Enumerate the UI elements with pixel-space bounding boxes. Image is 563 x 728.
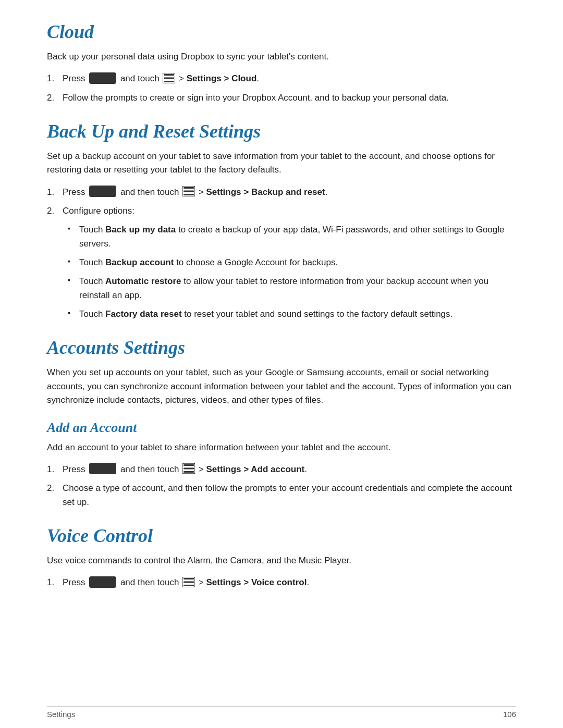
bullet-bold: Factory data reset	[105, 309, 181, 319]
bullet-bold: Backup account	[105, 257, 174, 267]
step-num: 1.	[47, 463, 54, 476]
svg-rect-0	[164, 74, 174, 76]
voice-control-intro: Use voice commands to control the Alarm,…	[47, 554, 516, 567]
backup-step-1-bold: Settings > Backup and reset	[206, 187, 325, 197]
add-account-title: Add an Account	[47, 420, 516, 436]
footer-label: Settings	[47, 710, 75, 719]
svg-rect-5	[183, 191, 194, 192]
svg-rect-10	[183, 471, 194, 473]
cloud-steps: 1. Press and touch > Settings > Cloud. 2…	[47, 72, 516, 105]
page-container: Cloud Back up your personal data using D…	[0, 0, 563, 728]
step-num: 2.	[47, 204, 54, 218]
home-button-icon	[89, 576, 116, 588]
backup-bullet-2: Touch Backup account to choose a Google …	[68, 256, 516, 269]
home-button-icon	[89, 72, 116, 84]
step-num: 1.	[47, 186, 54, 199]
backup-intro: Set up a backup account on your tablet t…	[47, 150, 516, 177]
backup-step-1: 1. Press and then touch > Settings > Bac…	[47, 186, 516, 199]
footer-page: 106	[503, 710, 516, 719]
menu-icon	[182, 577, 195, 587]
svg-rect-2	[164, 81, 174, 82]
step-num: 1.	[47, 72, 54, 85]
svg-rect-8	[183, 464, 194, 466]
svg-rect-6	[183, 194, 194, 195]
cloud-intro: Back up your personal data using Dropbox…	[47, 50, 516, 64]
accounts-title: Accounts Settings	[47, 337, 516, 359]
voice-control-steps: 1. Press and then touch > Settings > Voi…	[47, 576, 516, 589]
svg-rect-14	[183, 585, 194, 586]
backup-bullet-1: Touch Back up my data to create a backup…	[68, 223, 516, 251]
home-button-icon	[89, 186, 116, 197]
cloud-title: Cloud	[47, 21, 516, 43]
add-account-step-1: 1. Press and then touch > Settings > Add…	[47, 463, 516, 476]
svg-rect-12	[183, 578, 194, 579]
bullet-bold: Back up my data	[105, 225, 176, 235]
accounts-intro: When you set up accounts on your tablet,…	[47, 366, 516, 407]
content-area: Cloud Back up your personal data using D…	[0, 0, 563, 626]
backup-step-2: 2. Configure options:	[47, 204, 516, 218]
add-account-intro: Add an account to your tablet to share i…	[47, 441, 516, 454]
menu-icon	[182, 186, 195, 196]
step-num: 2.	[47, 91, 54, 105]
backup-steps: 1. Press and then touch > Settings > Bac…	[47, 186, 516, 218]
add-account-steps: 1. Press and then touch > Settings > Add…	[47, 463, 516, 509]
svg-rect-13	[183, 581, 194, 583]
backup-bullet-3: Touch Automatic restore to allow your ta…	[68, 275, 516, 302]
menu-icon	[182, 463, 195, 474]
svg-rect-9	[183, 468, 194, 470]
backup-bullet-4: Touch Factory data reset to reset your t…	[68, 307, 516, 321]
menu-icon	[163, 73, 175, 83]
cloud-step-2: 2. Follow the prompts to create or sign …	[47, 91, 516, 105]
page-footer: Settings 106	[47, 706, 516, 719]
backup-bullets: Touch Back up my data to create a backup…	[68, 223, 516, 321]
voice-control-step-1-bold: Settings > Voice control	[206, 577, 307, 587]
voice-control-title: Voice Control	[47, 525, 516, 547]
step-num: 2.	[47, 482, 54, 495]
cloud-step-1: 1. Press and touch > Settings > Cloud.	[47, 72, 516, 85]
step-num: 1.	[47, 576, 54, 589]
add-account-step-1-bold: Settings > Add account	[206, 464, 305, 474]
svg-rect-4	[183, 187, 194, 189]
bullet-bold: Automatic restore	[105, 276, 181, 286]
voice-control-step-1: 1. Press and then touch > Settings > Voi…	[47, 576, 516, 589]
backup-title: Back Up and Reset Settings	[47, 120, 516, 142]
cloud-step-1-bold: Settings > Cloud	[187, 73, 257, 83]
svg-rect-1	[164, 77, 174, 79]
add-account-step-2: 2. Choose a type of account, and then fo…	[47, 482, 516, 509]
home-button-icon	[89, 463, 116, 474]
